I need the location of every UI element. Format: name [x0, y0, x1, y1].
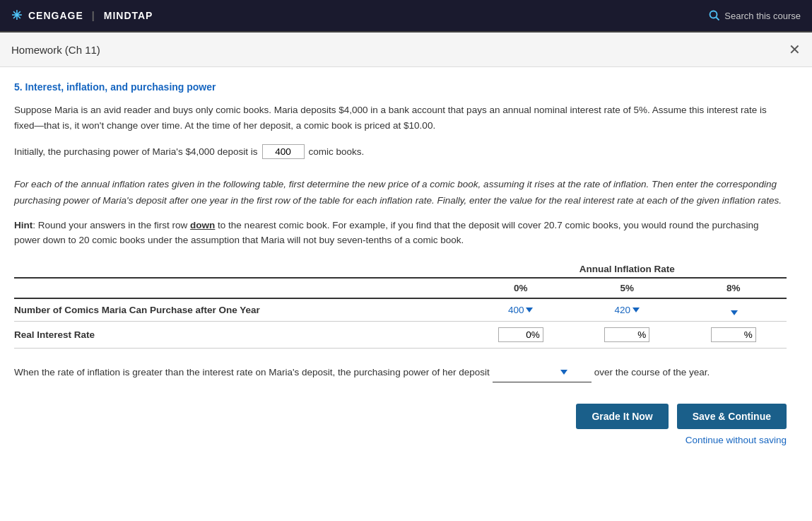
- row1-val-5[interactable]: 420: [574, 298, 681, 322]
- real-rate-0pct-input[interactable]: [498, 327, 543, 342]
- top-navigation: ✳ CENGAGE | MINDTAP Search this course: [0, 0, 812, 33]
- close-button[interactable]: ✕: [789, 41, 801, 58]
- cengage-icon: ✳: [11, 8, 23, 23]
- purchasing-power-line: Initially, the purchasing power of Maria…: [14, 144, 787, 160]
- hint-label: Hint: [14, 220, 33, 230]
- comics-0pct-dropdown[interactable]: 400: [508, 305, 534, 315]
- col-header-0pct: 0%: [467, 278, 574, 298]
- row1-label: Number of Comics Maria Can Purchase afte…: [14, 298, 467, 322]
- logo: ✳ CENGAGE | MINDTAP: [11, 8, 153, 23]
- purchasing-power-input[interactable]: [262, 144, 305, 159]
- comics-8pct-arrow: [731, 310, 738, 315]
- bottom-dropdown[interactable]: [493, 363, 592, 382]
- section-title: 5. Interest, inflation, and purchasing p…: [14, 81, 787, 93]
- table-row-real-rate: Real Interest Rate: [14, 322, 787, 349]
- logo-divider: |: [92, 10, 95, 21]
- table-row-comics: Number of Comics Maria Can Purchase afte…: [14, 298, 787, 322]
- search-label[interactable]: Search this course: [724, 11, 801, 21]
- row2-val-5[interactable]: [574, 322, 681, 349]
- pp-suffix: comic books.: [309, 144, 365, 160]
- search-area[interactable]: Search this course: [709, 10, 801, 21]
- grade-it-now-button[interactable]: Grade It Now: [576, 404, 668, 429]
- intro-paragraph: Suppose Maria is an avid reader and buys…: [14, 103, 787, 133]
- svg-line-1: [717, 18, 719, 21]
- real-rate-5pct-input[interactable]: [604, 327, 649, 342]
- real-rate-8pct-input[interactable]: [711, 327, 756, 342]
- bottom-dropdown-arrow: [560, 370, 567, 375]
- continue-without-saving-link[interactable]: Continue without saving: [14, 435, 787, 445]
- pp-prefix: Initially, the purchasing power of Maria…: [14, 144, 258, 160]
- mindtap-label: MINDTAP: [104, 10, 153, 21]
- italic-instructions: For each of the annual inflation rates g…: [14, 177, 787, 209]
- row2-val-8[interactable]: [680, 322, 787, 349]
- row2-label: Real Interest Rate: [14, 322, 467, 349]
- comics-5pct-dropdown[interactable]: 420: [614, 305, 640, 315]
- inflation-table-container: Annual Inflation Rate 0% 5% 8% Number of…: [14, 259, 787, 349]
- section-title-text: Interest, inflation, and purchasing powe…: [25, 81, 216, 93]
- comics-0pct-arrow: [526, 308, 533, 312]
- table-header-main: Annual Inflation Rate: [467, 259, 787, 278]
- hint-down: down: [190, 220, 215, 230]
- bottom-dropdown-value: [497, 364, 555, 380]
- cengage-label: CENGAGE: [28, 10, 83, 21]
- bottom-statement-line: When the rate of inflation is greater th…: [14, 363, 787, 382]
- col-header-5pct: 5%: [574, 278, 681, 298]
- row1-val-8[interactable]: [680, 298, 787, 322]
- search-icon: [709, 10, 720, 21]
- homework-title: Homework (Ch 11): [11, 44, 100, 56]
- col-header-8pct: 8%: [680, 278, 787, 298]
- comics-5pct-value: 420: [614, 305, 630, 315]
- save-continue-button[interactable]: Save & Continue: [677, 404, 787, 429]
- row2-val-0[interactable]: [467, 322, 574, 349]
- action-buttons-row: Grade It Now Save & Continue: [14, 404, 787, 429]
- comics-8pct-dropdown[interactable]: [729, 310, 738, 315]
- hint-paragraph: Hint: Round your answers in the first ro…: [14, 218, 787, 248]
- homework-header: Homework (Ch 11) ✕: [0, 33, 812, 67]
- inflation-table: Annual Inflation Rate 0% 5% 8% Number of…: [14, 259, 787, 349]
- main-content: 5. Interest, inflation, and purchasing p…: [0, 67, 812, 471]
- section-number: 5.: [14, 81, 23, 93]
- hint-text1: : Round your answers in the first row: [33, 220, 190, 230]
- bottom-prefix: When the rate of inflation is greater th…: [14, 365, 490, 381]
- comics-0pct-value: 400: [508, 305, 524, 315]
- row1-val-0[interactable]: 400: [467, 298, 574, 322]
- svg-point-0: [710, 11, 717, 18]
- bottom-suffix: over the course of the year.: [594, 365, 710, 381]
- continue-link-wrapper: Continue without saving: [14, 435, 787, 445]
- comics-5pct-arrow: [632, 308, 640, 312]
